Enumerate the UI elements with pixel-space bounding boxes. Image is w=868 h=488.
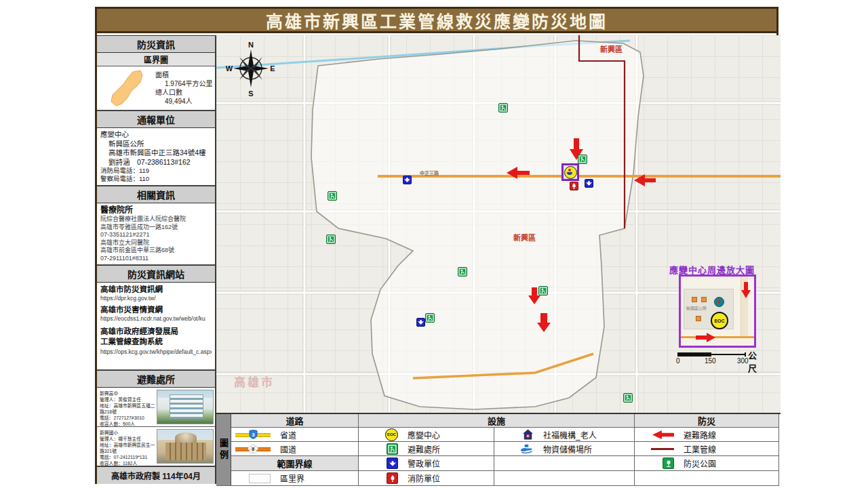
legend-shelter: 避難處所 [359, 442, 494, 456]
eoc-line: 應變中心 [100, 130, 212, 140]
disaster-map-poster: 高雄市新興區工業管線救災應變防災地圖 防災資訊 區界圖 面積 1.9764平方公… [95, 7, 778, 484]
provincial-number: 3 [252, 432, 255, 438]
shelter-icon-4 [326, 235, 336, 244]
shelter-icon-5 [458, 267, 467, 277]
evac-route-arrow-icon [652, 430, 674, 439]
legend-pipeline: 工業管線 [635, 442, 779, 456]
inset-poi-3 [696, 316, 701, 321]
supply-hand-icon [520, 444, 534, 454]
inset-eoc-icon: EOC [711, 312, 728, 329]
legend-supply: 物資儲備場所 [494, 442, 635, 456]
page-title: 高雄市新興區工業管線救災應變防災地圖 [266, 8, 608, 33]
contact-line: 劉詩涵 07-2386113#162 [100, 158, 212, 167]
police-legend-icon [387, 458, 398, 469]
shelter-icon-8 [623, 393, 633, 403]
eoc-inset-map: 新興區公所 EOC [679, 274, 756, 348]
sidebar-header: 防災資訊 [97, 35, 215, 53]
publisher-footer: 高雄市政府製 114年04月 [97, 466, 215, 484]
legend-police: 警政單位 [359, 456, 494, 471]
hospital-phone: 07-3351121#2271 [100, 231, 212, 239]
legend-welfare: 社福機構_老人 [494, 428, 635, 442]
report-unit-header: 通報單位 [97, 110, 215, 128]
shelter-label: 避難處所 [408, 443, 440, 455]
legend-district-boundary: 區里界 [231, 471, 359, 486]
hospital-name: 阮綜合醫療社團法人阮綜合醫院 [100, 216, 212, 224]
compass-s: S [248, 89, 253, 98]
legend-facility-header: 設施 [359, 414, 635, 428]
info-sidebar: 防災資訊 區界圖 面積 1.9764平方公里 總人口數 49,494人 通報單位… [97, 35, 216, 484]
scale-300: 300 [737, 357, 749, 365]
scale-150: 150 [705, 357, 716, 365]
website3-url: https://ops.kcg.gov.tw/khpipe/default_c.… [100, 348, 212, 356]
fire-phone: 消防局電話：119 [100, 167, 212, 175]
national-road-icon: 3 [231, 443, 280, 455]
police-icon-3 [416, 318, 425, 327]
shelter2-photo [157, 429, 214, 464]
legend-road-header: 道路 [231, 414, 359, 428]
inset-orange-road [681, 336, 754, 338]
legend-empty-3 [635, 471, 779, 486]
shelter-icon-2 [578, 155, 587, 164]
website3-name2: 工業管線查詢系統 [100, 337, 212, 347]
police-icon-2 [585, 179, 593, 188]
hospital2-phone: 07-2911101#8311 [100, 255, 212, 263]
compass-rose: N E S W [226, 39, 276, 98]
shelter1-capacity: 收容人數：500人 [100, 421, 155, 427]
fire-label: 消防單位 [408, 472, 440, 484]
shelter2-phone: 電話：07-2412119*131 [100, 454, 155, 460]
district-stats: 面積 1.9764平方公里 總人口數 49,494人 [155, 70, 213, 106]
park-label: 防災公園 [684, 458, 716, 469]
legend-boundary-header: 範圍界線 [231, 456, 359, 471]
eoc-emblem [564, 166, 577, 179]
inset-poi-1 [692, 297, 697, 302]
website2-name: 高雄市災害情資網 [100, 305, 212, 315]
office-line: 新興區公所 [100, 140, 212, 149]
shelter1-manager: 管理人：黃俊賢主任 [100, 396, 155, 403]
national-road-label: 國道 [280, 443, 296, 455]
police-icon-1 [403, 176, 412, 184]
scale-bar: 公尺 0 150 300 [677, 352, 767, 365]
shelter2-capacity: 收容人數：1182人 [100, 460, 155, 466]
provincial-road-label: 省道 [280, 429, 296, 441]
scale-bar-line [711, 354, 745, 355]
website3-name: 高雄市政府經濟發展局 [100, 327, 212, 337]
shelter1-name: 新興高中 [100, 390, 155, 396]
population-label: 總人口數 [155, 88, 213, 97]
shelter2-address: 地址：高雄市新興區民生一路321號 [100, 442, 155, 454]
shelter2-info: 新興國小 管理人：楊千慧主任 地址：高雄市新興區民生一路321號 電話：07-2… [97, 427, 157, 466]
area-value: 1.9764平方公里 [155, 79, 213, 88]
district-label-top: 新興區 [600, 43, 623, 54]
district-shape-thumbnail [101, 68, 155, 108]
city-label: 高雄市 [234, 373, 275, 390]
inset-arrow-down [741, 282, 751, 300]
websites-block: 高雄市防災資訊網 https://dpr.kcg.gov.tw/ 高雄市災害情資… [97, 283, 215, 370]
police-phone: 警察局電話：110 [100, 175, 212, 183]
shelter-entry-2: 新興國小 管理人：楊千慧主任 地址：高雄市新興區民生一路321號 電話：07-2… [97, 427, 215, 466]
district-thumbnail-box: 面積 1.9764平方公里 總人口數 49,494人 [97, 66, 215, 110]
population-value: 49,494人 [155, 97, 213, 106]
main-map: N E S W 新興區 新興區 高雄市 中正三路 [216, 35, 781, 413]
shelter1-photo [157, 390, 214, 424]
title-bar: 高雄市新興區工業管線救災應變防災地圖 [97, 9, 776, 33]
shelter2-manager: 管理人：楊千慧主任 [100, 436, 155, 442]
fire-legend-icon [387, 472, 398, 484]
eoc-map-icon [561, 163, 579, 181]
police-label: 警政單位 [408, 458, 440, 469]
shelter-icon-1 [498, 103, 508, 113]
legend: 圖例 道路 設施 防災 3 省道 EOC 應變中心 [216, 413, 781, 486]
district-label-mid: 新興區 [513, 232, 536, 243]
legend-eoc: EOC 應變中心 [359, 428, 494, 442]
websites-header: 防災資訊網站 [97, 265, 215, 283]
office-address: 高雄市新興區中正三路34號4樓 [100, 148, 212, 158]
welfare-label: 社福機構_老人 [543, 429, 597, 441]
road-label: 中正三路 [420, 169, 439, 176]
park-legend-icon [663, 458, 674, 469]
legend-empty-2 [494, 471, 635, 486]
shelter1-address: 地址：高雄市新興區五福二路218號 [100, 403, 155, 415]
website1-url: https://dpr.kcg.gov.tw/ [100, 295, 212, 302]
pipeline-line-icon [651, 448, 674, 450]
shelter2-name: 新興國小 [100, 430, 155, 436]
national-number: 3 [252, 446, 254, 452]
pipeline-label: 工業管線 [684, 443, 716, 455]
medical-subheader: 醫療院所 [100, 205, 212, 216]
